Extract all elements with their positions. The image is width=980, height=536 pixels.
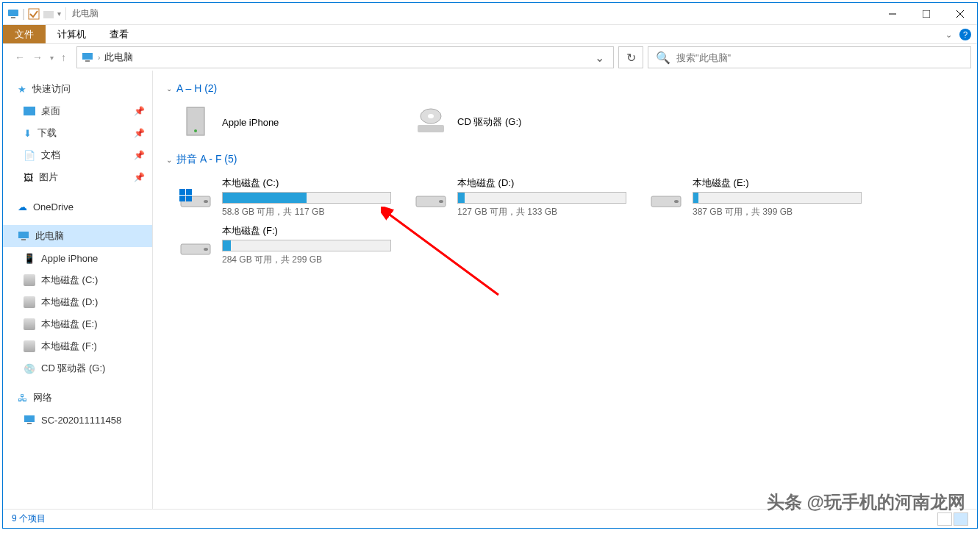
nav-arrows: ← → ▾ ↑ [9,51,72,63]
search-box[interactable]: 🔍 [648,46,971,68]
sidebar-apple-iphone[interactable]: 📱Apple iPhone [3,247,152,269]
checkbox-icon[interactable] [28,8,40,20]
chevron-down-icon: ⌄ [166,156,172,164]
pin-icon: 📌 [134,128,145,138]
usage-bar [222,192,391,204]
sidebar-desktop[interactable]: 桌面📌 [3,100,152,122]
sidebar-onedrive[interactable]: ☁OneDrive [3,196,152,218]
qat-dropdown[interactable]: ▾ [57,10,61,18]
up-button[interactable]: ↑ [61,51,66,63]
sidebar-disk-d[interactable]: 本地磁盘 (D:) [3,291,152,313]
pc-icon [7,8,19,20]
svg-rect-9 [85,60,90,62]
tab-computer[interactable]: 计算机 [46,25,98,43]
content-pane: ⌄ A – H (2) Apple iPhone CD 驱动器 (G:) ⌄ 拼… [153,71,977,509]
tab-file[interactable]: 文件 [3,25,46,43]
refresh-button[interactable]: ↻ [618,46,643,68]
help-button[interactable]: ? [959,29,971,40]
disk-icon [24,296,35,308]
sidebar-cd-drive[interactable]: 💿CD 驱动器 (G:) [3,357,152,379]
icons-view-button[interactable] [954,512,968,526]
pc-icon [18,230,29,242]
drive-usage: 387 GB 可用，共 399 GB [693,206,878,218]
drive-item[interactable]: 本地磁盘 (E:) 387 GB 可用，共 399 GB [645,174,881,221]
svg-rect-8 [82,53,93,60]
search-input[interactable] [676,52,963,63]
device-apple-iphone[interactable]: Apple iPhone [175,101,410,143]
ribbon-collapse-icon[interactable]: ⌄ [945,30,952,40]
sidebar-documents[interactable]: 📄文档📌 [3,144,152,166]
device-name: CD 驱动器 (G:) [457,115,643,129]
svg-rect-22 [179,189,185,195]
sidebar-downloads[interactable]: ⬇下载📌 [3,122,152,144]
drive-item[interactable]: 本地磁盘 (D:) 127 GB 可用，共 133 GB [410,174,645,221]
status-bar: 9 个项目 [3,509,977,528]
address-dropdown[interactable]: ⌄ [590,51,609,65]
sidebar-network[interactable]: 🖧网络 [3,387,152,409]
sidebar-pictures[interactable]: 🖼图片📌 [3,166,152,188]
forward-button[interactable]: → [32,51,43,63]
quick-access-toolbar: | ▾ [3,7,61,21]
back-button[interactable]: ← [15,51,25,63]
disk-icon [178,228,213,263]
label: 本地磁盘 (D:) [41,296,98,309]
pin-icon: 📌 [134,106,145,116]
usage-bar [222,240,391,251]
explorer-window: | ▾ 此电脑 文件 计算机 查看 ⌄ ? ← → ▾ ↑ › 此电脑 ⌄ [2,2,978,529]
drive-item[interactable]: 本地磁盘 (C:) 58.8 GB 可用，共 117 GB [175,174,410,221]
svg-rect-24 [186,189,192,195]
disk-icon [24,318,35,330]
minimize-button[interactable] [876,3,909,25]
group-label: A – H (2) [176,82,217,94]
label: 本地磁盘 (C:) [41,274,98,287]
label: 本地磁盘 (F:) [41,340,97,353]
close-button[interactable] [943,3,977,25]
label: 网络 [33,391,52,404]
disk-icon [413,180,448,215]
pc-icon [24,414,35,426]
sidebar-disk-e[interactable]: 本地磁盘 (E:) [3,313,152,335]
svg-rect-0 [8,10,18,16]
drive-name: 本地磁盘 (D:) [457,176,643,190]
tab-view[interactable]: 查看 [98,25,140,43]
sidebar-disk-c[interactable]: 本地磁盘 (C:) [3,269,152,291]
sidebar: ★快速访问 桌面📌 ⬇下载📌 📄文档📌 🖼图片📌 ☁OneDrive 此电脑 📱… [3,71,153,509]
details-view-button[interactable] [937,512,952,526]
label: SC-202011111458 [41,415,121,426]
drive-usage: 58.8 GB 可用，共 117 GB [222,206,407,218]
usage-bar [693,192,862,204]
disk-icon [24,274,35,286]
folder-icon[interactable] [43,8,54,20]
group-header-ah[interactable]: ⌄ A – H (2) [160,79,970,97]
svg-point-18 [428,114,434,118]
svg-rect-11 [21,239,26,240]
pc-icon [82,51,93,63]
address-bar[interactable]: › 此电脑 ⌄ [76,46,614,68]
svg-point-21 [204,200,208,203]
label: 本地磁盘 (E:) [41,318,98,331]
sidebar-disk-f[interactable]: 本地磁盘 (F:) [3,335,152,357]
disk-icon [24,340,35,352]
maximize-button[interactable] [909,3,943,25]
titlebar: | ▾ 此电脑 [3,3,977,25]
device-cd-drive[interactable]: CD 驱动器 (G:) [410,101,645,143]
sidebar-network-pc[interactable]: SC-202011111458 [3,409,152,431]
svg-rect-10 [18,232,29,238]
chevron-right-icon[interactable]: › [98,54,100,62]
qat-divider: | [22,7,25,21]
group-header-pinyin[interactable]: ⌄ 拼音 A - F (5) [160,150,970,169]
cloud-icon: ☁ [18,201,27,212]
disk-icon [648,180,684,215]
drive-tower-icon [178,104,213,140]
ribbon: 文件 计算机 查看 ⌄ ? [3,25,977,44]
recent-dropdown[interactable]: ▾ [50,54,54,62]
navbar: ← → ▾ ↑ › 此电脑 ⌄ ↻ 🔍 [3,44,977,71]
download-icon: ⬇ [24,128,32,139]
svg-rect-12 [24,415,35,422]
drive-item[interactable]: 本地磁盘 (F:) 284 GB 可用，共 299 GB [175,221,410,269]
sidebar-quick-access[interactable]: ★快速访问 [3,78,152,100]
svg-rect-23 [179,196,185,201]
sidebar-this-pc[interactable]: 此电脑 [3,225,152,247]
drive-usage: 284 GB 可用，共 299 GB [222,254,407,266]
breadcrumb[interactable]: 此电脑 [104,51,133,64]
